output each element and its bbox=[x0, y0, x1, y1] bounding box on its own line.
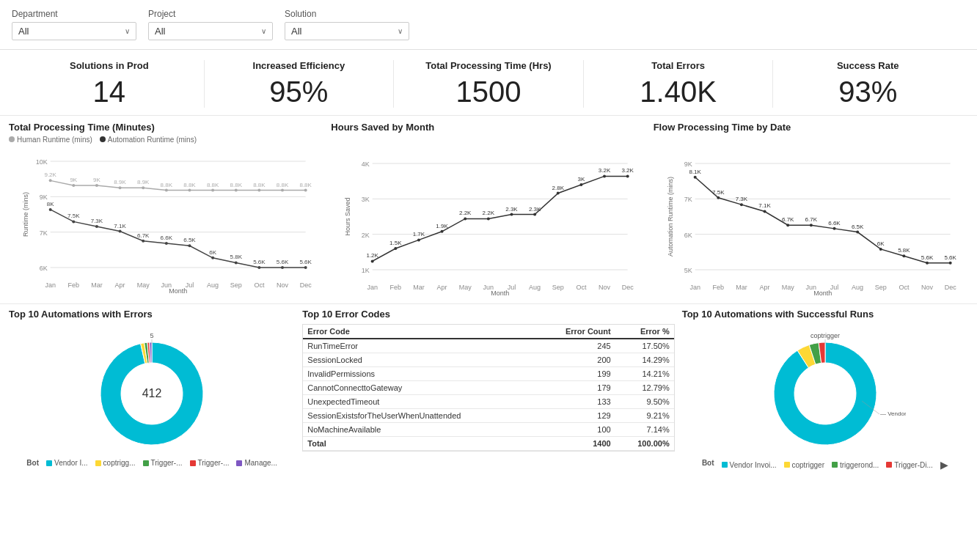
svg-text:2.2K: 2.2K bbox=[483, 210, 495, 216]
svg-text:Jan: Jan bbox=[367, 284, 378, 291]
svg-text:— Vendor Invoice Processing Cl: — Vendor Invoice Processing Cl... bbox=[880, 410, 906, 417]
solution-label: Solution bbox=[285, 9, 409, 19]
svg-point-151 bbox=[833, 227, 835, 230]
svg-text:7.3K: 7.3K bbox=[91, 218, 103, 224]
svg-text:Oct: Oct bbox=[899, 284, 910, 291]
svg-text:6K: 6K bbox=[209, 249, 216, 256]
svg-text:2.8K: 2.8K bbox=[552, 185, 565, 191]
svg-point-111 bbox=[580, 183, 583, 186]
svg-text:May: May bbox=[459, 284, 472, 291]
error-count-cell: 133 bbox=[537, 395, 615, 409]
error-pct-cell: 9.50% bbox=[615, 395, 674, 409]
svg-text:Sep: Sep bbox=[874, 284, 886, 291]
svg-text:3K: 3K bbox=[362, 196, 370, 203]
department-value: All bbox=[18, 26, 29, 37]
kpi-errors-title: Total Errors bbox=[591, 60, 766, 71]
svg-text:Automation Runtime (mins): Automation Runtime (mins) bbox=[666, 177, 673, 257]
svg-point-37 bbox=[211, 189, 214, 192]
success-bot-label: Bot bbox=[702, 459, 714, 471]
department-select[interactable]: All ∨ bbox=[12, 22, 136, 40]
hours-saved-chart: 1K2K3K4KJanFebMarAprMayJunJulAugSepOctNo… bbox=[331, 149, 645, 298]
svg-text:6.7K: 6.7K bbox=[782, 216, 794, 223]
project-value: All bbox=[155, 26, 165, 37]
hours-saved-title: Hours Saved by Month bbox=[331, 122, 645, 133]
error-count-cell: 179 bbox=[537, 381, 615, 395]
department-chevron: ∨ bbox=[125, 27, 130, 35]
svg-point-159 bbox=[926, 262, 929, 265]
svg-point-65 bbox=[257, 266, 260, 269]
col-error-pct: Error % bbox=[615, 325, 674, 339]
svg-text:8.8K: 8.8K bbox=[277, 182, 289, 188]
svg-text:8.8K: 8.8K bbox=[230, 182, 243, 188]
kpi-success-title: Success Rate bbox=[780, 60, 955, 71]
svg-point-113 bbox=[603, 174, 606, 177]
svg-text:Nov: Nov bbox=[599, 284, 611, 291]
flow-processing-title: Flow Processing Time by Date bbox=[654, 122, 968, 133]
col-error-count: Error Count bbox=[537, 325, 615, 339]
svg-point-63 bbox=[235, 261, 238, 264]
svg-text:9.2K: 9.2K bbox=[44, 172, 56, 178]
svg-point-141 bbox=[717, 196, 720, 199]
svg-text:Jan: Jan bbox=[45, 281, 56, 289]
svg-point-145 bbox=[763, 210, 766, 213]
svg-point-99 bbox=[441, 230, 444, 233]
svg-point-25 bbox=[72, 184, 75, 187]
svg-text:Month: Month bbox=[491, 290, 509, 295]
line-charts-section: Total Processing Time (Minutes) Human Ru… bbox=[0, 116, 977, 304]
svg-text:coptrigger: coptrigger bbox=[810, 332, 840, 339]
svg-text:5.8K: 5.8K bbox=[230, 254, 243, 260]
svg-point-109 bbox=[557, 192, 560, 195]
svg-point-149 bbox=[810, 224, 813, 226]
error-codes-table-wrapper[interactable]: Error Code Error Count Error % RunTimeEr… bbox=[302, 324, 674, 452]
success-trigger-di-label: Trigger-Di... bbox=[894, 461, 932, 469]
kpi-solutions-value: 14 bbox=[22, 75, 197, 108]
svg-text:Runtime (mins): Runtime (mins) bbox=[22, 192, 29, 237]
errors-coptrigg-label: coptrigg... bbox=[103, 459, 136, 467]
svg-text:5.6K: 5.6K bbox=[921, 254, 933, 261]
error-pct-cell: 14.29% bbox=[615, 353, 674, 367]
svg-point-61 bbox=[211, 257, 214, 259]
svg-text:9K: 9K bbox=[40, 194, 48, 201]
kpi-errors-value: 1.40K bbox=[591, 75, 766, 108]
svg-text:5.6K: 5.6K bbox=[253, 259, 266, 265]
error-count-cell: 245 bbox=[537, 339, 615, 353]
svg-point-105 bbox=[511, 213, 513, 216]
processing-time-legend: Human Runtime (mins) Automation Runtime … bbox=[9, 136, 323, 144]
svg-point-69 bbox=[304, 266, 307, 269]
svg-text:9K: 9K bbox=[70, 177, 77, 183]
kpi-increased-efficiency: Increased Efficiency 95% bbox=[205, 60, 395, 108]
svg-text:Dec: Dec bbox=[944, 284, 956, 291]
solution-select[interactable]: All ∨ bbox=[285, 22, 409, 40]
top-success-panel: Top 10 Automations with Successful Runs … bbox=[682, 309, 968, 471]
error-count-cell: 199 bbox=[537, 367, 615, 381]
project-chevron: ∨ bbox=[261, 27, 266, 35]
solution-value: All bbox=[291, 26, 301, 37]
svg-text:Apr: Apr bbox=[437, 284, 447, 291]
svg-text:Sep: Sep bbox=[230, 281, 242, 289]
errors-vendor-label: Vendor I... bbox=[54, 459, 88, 467]
svg-point-107 bbox=[533, 213, 536, 216]
svg-text:Oct: Oct bbox=[577, 284, 588, 291]
svg-point-97 bbox=[417, 238, 420, 241]
svg-text:May: May bbox=[137, 281, 150, 289]
svg-text:Apr: Apr bbox=[115, 281, 125, 289]
svg-point-27 bbox=[95, 184, 98, 187]
svg-text:1.9K: 1.9K bbox=[436, 223, 449, 229]
svg-text:4K: 4K bbox=[362, 161, 370, 168]
svg-text:8.8K: 8.8K bbox=[161, 182, 173, 188]
error-count-cell: 100 bbox=[537, 423, 615, 437]
svg-text:5K: 5K bbox=[684, 267, 692, 274]
svg-text:10K: 10K bbox=[36, 158, 48, 166]
svg-text:8.8K: 8.8K bbox=[207, 182, 219, 188]
error-count-cell: 200 bbox=[537, 353, 615, 367]
svg-text:Sep: Sep bbox=[552, 284, 564, 291]
right-arrow-icon[interactable]: ▶ bbox=[940, 459, 948, 471]
svg-text:9K: 9K bbox=[93, 177, 100, 183]
svg-text:Aug: Aug bbox=[207, 281, 219, 289]
svg-text:6K: 6K bbox=[684, 232, 692, 239]
top-errors-title: Top 10 Automations with Errors bbox=[9, 309, 295, 320]
project-select[interactable]: All ∨ bbox=[148, 22, 273, 40]
svg-point-95 bbox=[395, 247, 398, 250]
svg-text:May: May bbox=[781, 284, 794, 291]
svg-text:Hours Saved: Hours Saved bbox=[344, 197, 351, 235]
